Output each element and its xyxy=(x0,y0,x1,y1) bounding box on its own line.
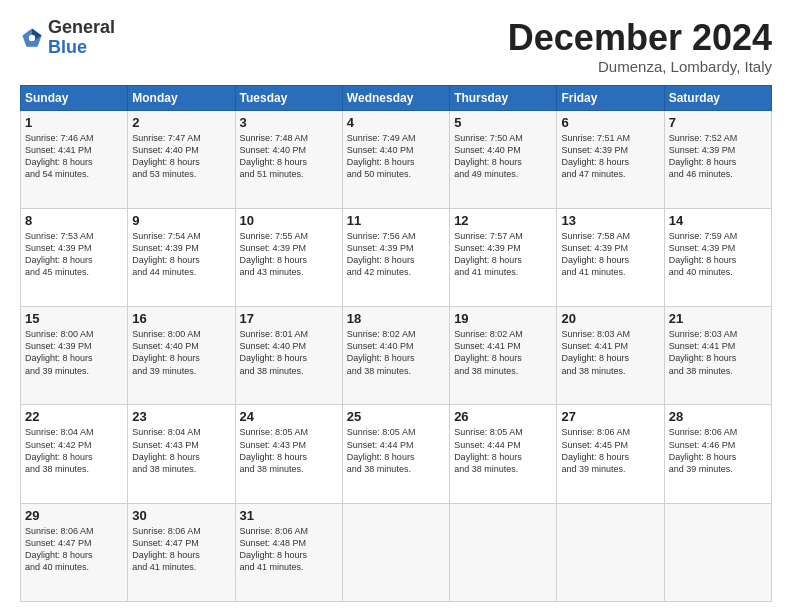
day-number: 27 xyxy=(561,409,659,424)
cell-content: Sunrise: 8:05 AMSunset: 4:43 PMDaylight:… xyxy=(240,426,338,475)
days-header-row: SundayMondayTuesdayWednesdayThursdayFrid… xyxy=(21,85,772,110)
day-number: 21 xyxy=(669,311,767,326)
calendar-cell: 15Sunrise: 8:00 AMSunset: 4:39 PMDayligh… xyxy=(21,307,128,405)
cell-content: Sunrise: 8:04 AMSunset: 4:42 PMDaylight:… xyxy=(25,426,123,475)
calendar-body: 1Sunrise: 7:46 AMSunset: 4:41 PMDaylight… xyxy=(21,110,772,601)
day-number: 17 xyxy=(240,311,338,326)
day-number: 9 xyxy=(132,213,230,228)
day-number: 11 xyxy=(347,213,445,228)
calendar-cell: 12Sunrise: 7:57 AMSunset: 4:39 PMDayligh… xyxy=(450,208,557,306)
day-header-tuesday: Tuesday xyxy=(235,85,342,110)
header: General Blue December 2024 Dumenza, Lomb… xyxy=(20,18,772,75)
calendar-cell: 13Sunrise: 7:58 AMSunset: 4:39 PMDayligh… xyxy=(557,208,664,306)
calendar-cell: 28Sunrise: 8:06 AMSunset: 4:46 PMDayligh… xyxy=(664,405,771,503)
cell-content: Sunrise: 8:01 AMSunset: 4:40 PMDaylight:… xyxy=(240,328,338,377)
day-number: 7 xyxy=(669,115,767,130)
cell-content: Sunrise: 7:50 AMSunset: 4:40 PMDaylight:… xyxy=(454,132,552,181)
cell-content: Sunrise: 7:58 AMSunset: 4:39 PMDaylight:… xyxy=(561,230,659,279)
cell-content: Sunrise: 8:00 AMSunset: 4:40 PMDaylight:… xyxy=(132,328,230,377)
cell-content: Sunrise: 7:46 AMSunset: 4:41 PMDaylight:… xyxy=(25,132,123,181)
calendar-cell: 26Sunrise: 8:05 AMSunset: 4:44 PMDayligh… xyxy=(450,405,557,503)
cell-content: Sunrise: 7:51 AMSunset: 4:39 PMDaylight:… xyxy=(561,132,659,181)
day-header-sunday: Sunday xyxy=(21,85,128,110)
day-number: 28 xyxy=(669,409,767,424)
week-row-1: 1Sunrise: 7:46 AMSunset: 4:41 PMDaylight… xyxy=(21,110,772,208)
calendar-cell: 30Sunrise: 8:06 AMSunset: 4:47 PMDayligh… xyxy=(128,503,235,601)
location: Dumenza, Lombardy, Italy xyxy=(508,58,772,75)
day-number: 10 xyxy=(240,213,338,228)
logo-general-text: General xyxy=(48,17,115,37)
calendar-cell: 18Sunrise: 8:02 AMSunset: 4:40 PMDayligh… xyxy=(342,307,449,405)
calendar-page: General Blue December 2024 Dumenza, Lomb… xyxy=(0,0,792,612)
day-number: 13 xyxy=(561,213,659,228)
calendar-cell: 31Sunrise: 8:06 AMSunset: 4:48 PMDayligh… xyxy=(235,503,342,601)
day-number: 3 xyxy=(240,115,338,130)
calendar-cell: 16Sunrise: 8:00 AMSunset: 4:40 PMDayligh… xyxy=(128,307,235,405)
calendar-cell: 4Sunrise: 7:49 AMSunset: 4:40 PMDaylight… xyxy=(342,110,449,208)
day-number: 5 xyxy=(454,115,552,130)
day-number: 14 xyxy=(669,213,767,228)
cell-content: Sunrise: 7:47 AMSunset: 4:40 PMDaylight:… xyxy=(132,132,230,181)
logo: General Blue xyxy=(20,18,115,58)
calendar-cell: 8Sunrise: 7:53 AMSunset: 4:39 PMDaylight… xyxy=(21,208,128,306)
week-row-3: 15Sunrise: 8:00 AMSunset: 4:39 PMDayligh… xyxy=(21,307,772,405)
cell-content: Sunrise: 7:56 AMSunset: 4:39 PMDaylight:… xyxy=(347,230,445,279)
calendar-cell: 19Sunrise: 8:02 AMSunset: 4:41 PMDayligh… xyxy=(450,307,557,405)
calendar-cell: 2Sunrise: 7:47 AMSunset: 4:40 PMDaylight… xyxy=(128,110,235,208)
calendar-cell: 5Sunrise: 7:50 AMSunset: 4:40 PMDaylight… xyxy=(450,110,557,208)
day-number: 2 xyxy=(132,115,230,130)
cell-content: Sunrise: 8:06 AMSunset: 4:46 PMDaylight:… xyxy=(669,426,767,475)
cell-content: Sunrise: 7:52 AMSunset: 4:39 PMDaylight:… xyxy=(669,132,767,181)
cell-content: Sunrise: 7:48 AMSunset: 4:40 PMDaylight:… xyxy=(240,132,338,181)
day-header-friday: Friday xyxy=(557,85,664,110)
calendar-table: SundayMondayTuesdayWednesdayThursdayFrid… xyxy=(20,85,772,602)
day-number: 16 xyxy=(132,311,230,326)
calendar-cell: 14Sunrise: 7:59 AMSunset: 4:39 PMDayligh… xyxy=(664,208,771,306)
day-number: 4 xyxy=(347,115,445,130)
month-year: December 2024 xyxy=(508,18,772,58)
day-number: 20 xyxy=(561,311,659,326)
day-number: 30 xyxy=(132,508,230,523)
logo-blue-text: Blue xyxy=(48,37,87,57)
day-header-saturday: Saturday xyxy=(664,85,771,110)
cell-content: Sunrise: 7:59 AMSunset: 4:39 PMDaylight:… xyxy=(669,230,767,279)
day-number: 29 xyxy=(25,508,123,523)
day-header-monday: Monday xyxy=(128,85,235,110)
calendar-cell: 21Sunrise: 8:03 AMSunset: 4:41 PMDayligh… xyxy=(664,307,771,405)
week-row-2: 8Sunrise: 7:53 AMSunset: 4:39 PMDaylight… xyxy=(21,208,772,306)
calendar-cell: 11Sunrise: 7:56 AMSunset: 4:39 PMDayligh… xyxy=(342,208,449,306)
calendar-cell: 29Sunrise: 8:06 AMSunset: 4:47 PMDayligh… xyxy=(21,503,128,601)
calendar-cell: 9Sunrise: 7:54 AMSunset: 4:39 PMDaylight… xyxy=(128,208,235,306)
cell-content: Sunrise: 7:53 AMSunset: 4:39 PMDaylight:… xyxy=(25,230,123,279)
calendar-cell xyxy=(557,503,664,601)
cell-content: Sunrise: 8:05 AMSunset: 4:44 PMDaylight:… xyxy=(347,426,445,475)
day-number: 8 xyxy=(25,213,123,228)
cell-content: Sunrise: 8:05 AMSunset: 4:44 PMDaylight:… xyxy=(454,426,552,475)
cell-content: Sunrise: 8:02 AMSunset: 4:41 PMDaylight:… xyxy=(454,328,552,377)
calendar-cell xyxy=(450,503,557,601)
day-number: 25 xyxy=(347,409,445,424)
day-number: 22 xyxy=(25,409,123,424)
week-row-4: 22Sunrise: 8:04 AMSunset: 4:42 PMDayligh… xyxy=(21,405,772,503)
calendar-cell: 1Sunrise: 7:46 AMSunset: 4:41 PMDaylight… xyxy=(21,110,128,208)
day-header-thursday: Thursday xyxy=(450,85,557,110)
calendar-cell: 17Sunrise: 8:01 AMSunset: 4:40 PMDayligh… xyxy=(235,307,342,405)
day-number: 12 xyxy=(454,213,552,228)
day-number: 6 xyxy=(561,115,659,130)
logo-icon xyxy=(20,26,44,50)
day-number: 23 xyxy=(132,409,230,424)
calendar-cell: 22Sunrise: 8:04 AMSunset: 4:42 PMDayligh… xyxy=(21,405,128,503)
cell-content: Sunrise: 8:06 AMSunset: 4:47 PMDaylight:… xyxy=(132,525,230,574)
title-block: December 2024 Dumenza, Lombardy, Italy xyxy=(508,18,772,75)
svg-point-2 xyxy=(29,35,35,41)
cell-content: Sunrise: 8:06 AMSunset: 4:47 PMDaylight:… xyxy=(25,525,123,574)
calendar-cell xyxy=(342,503,449,601)
day-number: 18 xyxy=(347,311,445,326)
calendar-cell: 27Sunrise: 8:06 AMSunset: 4:45 PMDayligh… xyxy=(557,405,664,503)
cell-content: Sunrise: 7:54 AMSunset: 4:39 PMDaylight:… xyxy=(132,230,230,279)
cell-content: Sunrise: 8:04 AMSunset: 4:43 PMDaylight:… xyxy=(132,426,230,475)
cell-content: Sunrise: 8:06 AMSunset: 4:48 PMDaylight:… xyxy=(240,525,338,574)
day-number: 1 xyxy=(25,115,123,130)
calendar-cell: 25Sunrise: 8:05 AMSunset: 4:44 PMDayligh… xyxy=(342,405,449,503)
calendar-cell: 10Sunrise: 7:55 AMSunset: 4:39 PMDayligh… xyxy=(235,208,342,306)
